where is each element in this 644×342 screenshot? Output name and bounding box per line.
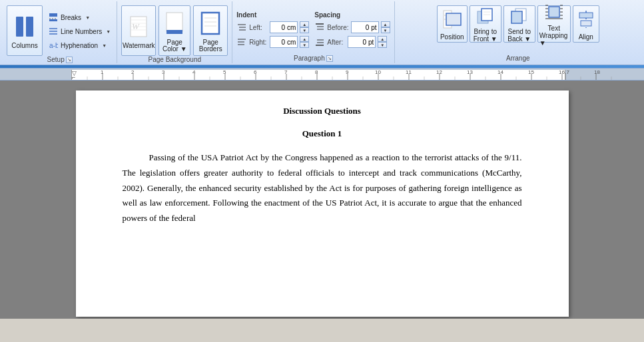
setup-expand[interactable]: ↘: [66, 57, 73, 63]
text-wrapping-label2: Wrapping ▼: [539, 32, 569, 47]
breaks-arrow[interactable]: ▼: [84, 11, 92, 24]
watermark-button[interactable]: W Watermark: [121, 5, 156, 56]
hyphenation-button[interactable]: a-b Hyphenation ▼: [45, 39, 113, 52]
svg-rect-15: [166, 13, 182, 31]
document-paragraph-1[interactable]: Passing of the USA Patriot Act by the Co…: [123, 150, 522, 226]
page-borders-button[interactable]: Page Borders: [193, 5, 228, 56]
indent-left-input[interactable]: [270, 21, 298, 33]
indent-left-marker[interactable]: ▽: [72, 70, 77, 77]
indent-left-icon: [236, 22, 247, 33]
ribbon-toolbar: Columns Breaks ▼: [0, 0, 644, 65]
watermark-label: Watermark: [123, 42, 155, 49]
left-label: Left:: [249, 24, 268, 31]
right-label: Right:: [249, 39, 268, 46]
bring-to-front-button[interactable]: Bring to Front ▼: [470, 5, 501, 43]
line-numbers-button[interactable]: Line Numbers ▼: [45, 25, 113, 38]
indent-header: Indent: [236, 11, 309, 19]
arrange-group-label-row: Arrange: [506, 55, 530, 62]
align-button[interactable]: Align: [573, 5, 599, 43]
line-numbers-arrow[interactable]: ▼: [105, 25, 113, 38]
paragraph-group-label: Paragraph: [294, 55, 325, 62]
position-label: Position: [440, 33, 464, 41]
text-wrapping-icon: [543, 3, 565, 21]
svg-rect-55: [581, 21, 591, 26]
text-wrapping-label: Text: [548, 25, 560, 32]
ribbon: Columns Breaks ▼: [0, 0, 644, 69]
indent-left-spinner[interactable]: ▲ ▼: [300, 21, 309, 33]
svg-rect-2: [49, 13, 57, 17]
svg-rect-17: [202, 13, 219, 34]
text-wrapping-button[interactable]: Text Wrapping ▼: [537, 5, 571, 43]
ribbon-group-page-background: W Watermark: [117, 1, 232, 63]
spacing-before-spinner[interactable]: ▲ ▼: [381, 21, 390, 33]
svg-rect-42: [511, 11, 522, 23]
spacing-before-input[interactable]: [351, 21, 379, 33]
columns-button[interactable]: Columns: [7, 5, 43, 56]
indent-left-down[interactable]: ▼: [300, 27, 309, 33]
ribbon-group-paragraph: Indent Left: ▲ ▼: [232, 1, 394, 63]
ruler-left-grey: [0, 70, 71, 81]
svg-text:6: 6: [254, 70, 257, 75]
align-icon: [577, 9, 595, 30]
spacing-before-up[interactable]: ▲: [381, 21, 390, 27]
page-color-button[interactable]: Page Color ▼: [159, 5, 190, 56]
svg-text:12: 12: [436, 70, 442, 75]
svg-rect-1: [26, 17, 33, 37]
setup-group-label: Setup: [47, 56, 65, 63]
breaks-button[interactable]: Breaks ▼: [45, 11, 113, 24]
align-label: Align: [579, 33, 593, 41]
paragraph-expand[interactable]: ↘: [326, 55, 333, 62]
send-to-back-button[interactable]: Send to Back ▼: [503, 5, 535, 43]
svg-text:4: 4: [192, 70, 196, 75]
spacing-after-icon: [314, 37, 325, 47]
breaks-main[interactable]: Breaks: [45, 11, 84, 24]
ribbon-group-arrange: Position Bring to Front ▼: [395, 1, 641, 63]
spacing-header: Spacing: [314, 11, 390, 19]
svg-text:16: 16: [559, 70, 565, 75]
svg-rect-0: [16, 17, 23, 37]
svg-text:18: 18: [594, 70, 600, 75]
columns-icon: [13, 13, 37, 40]
svg-text:9: 9: [346, 70, 349, 75]
svg-text:5: 5: [223, 70, 226, 75]
hyphenation-icon: a-b: [48, 40, 59, 51]
bring-to-front-label2: Front ▼: [474, 35, 497, 43]
spacing-after-down[interactable]: ▼: [378, 42, 387, 48]
indent-right-up[interactable]: ▲: [300, 36, 309, 42]
indent-right-input[interactable]: [270, 36, 298, 48]
send-to-back-icon: [509, 7, 530, 25]
indent-right-icon: [236, 37, 247, 47]
spacing-after-spinner[interactable]: ▲ ▼: [378, 36, 387, 48]
page-background-group-label: Page Background: [149, 56, 202, 63]
svg-text:15: 15: [528, 70, 534, 75]
spacing-before-down[interactable]: ▼: [381, 27, 390, 33]
hyphenation-main[interactable]: a-b Hyphenation: [45, 39, 101, 52]
document-title: Discussion Questions: [123, 104, 522, 118]
position-button[interactable]: Position: [437, 5, 468, 43]
ruler-right-grey: 17 18: [565, 70, 644, 81]
svg-text:1: 1: [101, 70, 104, 75]
setup-group-label-row: Setup ↘: [47, 56, 73, 63]
indent-right-spinner[interactable]: ▲ ▼: [300, 36, 309, 48]
send-to-back-label2: Back ▼: [507, 35, 531, 43]
page[interactable]: Discussion Questions Question 1 Passing …: [76, 90, 569, 317]
svg-text:8: 8: [315, 70, 318, 75]
arrange-group-label: Arrange: [506, 55, 530, 62]
hyphenation-arrow[interactable]: ▼: [101, 39, 109, 52]
ribbon-accent-bar: [0, 65, 644, 68]
indent-right-row: Right: ▲ ▼: [236, 35, 309, 49]
line-numbers-main[interactable]: Line Numbers: [45, 25, 105, 38]
document-area: Discussion Questions Question 1 Passing …: [0, 81, 644, 319]
indent-right-down[interactable]: ▼: [300, 42, 309, 48]
line-numbers-label: Line Numbers: [61, 28, 102, 35]
ribbon-group-setup: Columns Breaks ▼: [3, 1, 117, 63]
spacing-after-up[interactable]: ▲: [378, 36, 387, 42]
svg-rect-4: [49, 19, 57, 21]
indent-left-up[interactable]: ▲: [300, 21, 309, 27]
position-icon: [442, 9, 463, 30]
spacing-after-input[interactable]: [348, 36, 376, 48]
svg-text:14: 14: [497, 70, 503, 75]
svg-text:13: 13: [467, 70, 473, 75]
ruler-white-area: ⌐ 1 2 3 4 5 6 7: [71, 70, 565, 81]
spacing-after-row: After: ▲ ▼: [314, 35, 390, 49]
